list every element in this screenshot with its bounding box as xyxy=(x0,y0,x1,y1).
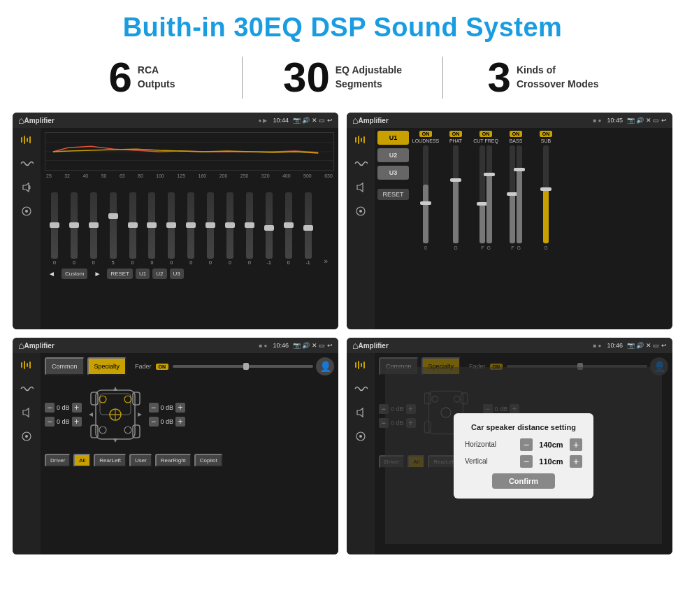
reset-btn[interactable]: RESET xyxy=(107,268,133,279)
vertical-value: 110cm xyxy=(535,457,567,466)
svg-rect-42 xyxy=(355,362,356,368)
svg-rect-2 xyxy=(27,138,28,142)
svg-rect-44 xyxy=(361,363,362,367)
svg-rect-1 xyxy=(24,136,25,144)
u3-btn[interactable]: U3 xyxy=(170,268,184,279)
db-plus-rr[interactable]: + xyxy=(175,417,185,427)
screen-specialty: ⌂ Amplifier ■ ● 10:46 📷 🔊 ✕ ▭ ↩ xyxy=(13,338,338,554)
db-minus-rl[interactable]: − xyxy=(45,417,55,427)
loudness-on[interactable]: ON xyxy=(419,131,433,137)
horizontal-plus-btn[interactable]: + xyxy=(570,438,582,451)
eq-slider-2[interactable]: 0 xyxy=(90,192,97,265)
wave-icon-4[interactable] xyxy=(352,382,369,395)
eq-slider-1[interactable]: 0 xyxy=(71,192,78,265)
eq-slider-3[interactable]: 5 xyxy=(110,192,117,265)
home-icon[interactable]: ⌂ xyxy=(18,115,24,126)
confirm-button[interactable]: Confirm xyxy=(492,473,555,489)
horizontal-minus-btn[interactable]: − xyxy=(520,438,533,451)
svg-rect-28 xyxy=(133,392,140,405)
crossover-icon-4[interactable] xyxy=(352,430,369,443)
rearright-btn[interactable]: RearRight xyxy=(155,454,192,467)
u2-btn[interactable]: U2 xyxy=(152,268,166,279)
speaker-icon-2[interactable] xyxy=(352,181,369,194)
vertical-minus-btn[interactable]: − xyxy=(520,455,533,468)
speaker-icon-3[interactable] xyxy=(18,406,35,419)
speaker-icon-4[interactable] xyxy=(352,406,369,419)
eq-slider-12[interactable]: 0 xyxy=(285,192,292,265)
status-time-4: 10:46 xyxy=(607,342,623,349)
vertical-stepper: − 110cm + xyxy=(520,455,582,468)
all-btn[interactable]: All xyxy=(73,454,91,467)
u1-select-btn[interactable]: U1 xyxy=(377,131,409,145)
crossover-icon-3[interactable] xyxy=(18,430,35,443)
eq-chart xyxy=(45,132,334,171)
u2-select-btn[interactable]: U2 xyxy=(377,148,409,162)
eq-icon-4[interactable] xyxy=(352,359,369,371)
wave-icon-3[interactable] xyxy=(18,382,35,395)
db-val-rl: 0 dB xyxy=(57,418,70,425)
eq-slider-0[interactable]: 0 xyxy=(51,192,58,265)
db-plus-fl[interactable]: + xyxy=(72,403,82,413)
eq-slider-7[interactable]: 0 xyxy=(187,192,194,265)
stat-rca-number: 6 xyxy=(108,57,131,99)
eq-slider-6[interactable]: 0 xyxy=(168,192,175,265)
fader-slider[interactable] xyxy=(173,365,313,368)
svg-point-17 xyxy=(359,210,362,213)
eq-icon[interactable] xyxy=(18,134,35,146)
screen3-inner: Common Specialty Fader ON 👤 xyxy=(13,353,338,554)
home-icon-4[interactable]: ⌂ xyxy=(352,340,358,351)
reset-btn-2[interactable]: RESET xyxy=(377,189,409,200)
sub-on[interactable]: ON xyxy=(540,131,553,137)
dialog-overlay: Car speaker distance setting Horizontal … xyxy=(385,367,662,544)
driver-btn[interactable]: Driver xyxy=(45,454,71,467)
prev-btn[interactable]: ◄ xyxy=(45,268,59,280)
svg-rect-13 xyxy=(361,138,362,142)
bass-on[interactable]: ON xyxy=(510,131,523,137)
eq-slider-8[interactable]: 0 xyxy=(207,192,214,265)
home-icon-2[interactable]: ⌂ xyxy=(352,115,358,126)
vertical-plus-btn[interactable]: + xyxy=(570,455,582,468)
cutfreq-on[interactable]: ON xyxy=(480,131,493,137)
db-minus-rr[interactable]: − xyxy=(149,417,159,427)
more-arrow[interactable]: » xyxy=(324,257,328,265)
eq-slider-13[interactable]: -1 xyxy=(305,192,312,265)
eq-slider-10[interactable]: 0 xyxy=(246,192,253,265)
db-plus-fr[interactable]: + xyxy=(175,403,185,413)
tab-specialty[interactable]: Specialty xyxy=(87,357,127,375)
eq-slider-5[interactable]: 0 xyxy=(148,192,155,265)
crossover-icon-2[interactable] xyxy=(352,205,369,217)
db-minus-fl[interactable]: − xyxy=(45,403,55,413)
svg-marker-40 xyxy=(89,413,93,417)
svg-marker-39 xyxy=(113,438,117,443)
home-icon-3[interactable]: ⌂ xyxy=(18,340,24,351)
stat-crossover-label: Kinds of Crossover Modes xyxy=(517,64,598,91)
db-plus-rl[interactable]: + xyxy=(72,417,82,427)
amp-col-bass: ON BASS FG xyxy=(502,131,530,327)
eq-slider-11[interactable]: -1 xyxy=(266,192,273,265)
user-btn[interactable]: User xyxy=(129,454,152,467)
db-col-left: − 0 dB + − 0 dB + xyxy=(45,403,82,427)
custom-btn[interactable]: Custom xyxy=(62,268,88,279)
crossover-icon[interactable] xyxy=(18,205,35,217)
phat-on[interactable]: ON xyxy=(449,131,463,137)
u1-btn[interactable]: U1 xyxy=(136,268,150,279)
eq-slider-4[interactable]: 0 xyxy=(129,192,136,265)
svg-rect-45 xyxy=(363,361,365,368)
tabs-row-3: Common Specialty Fader ON 👤 xyxy=(45,357,334,375)
next-btn[interactable]: ► xyxy=(90,268,104,280)
tab-common[interactable]: Common xyxy=(45,357,85,375)
eq-icon-2[interactable] xyxy=(352,134,369,146)
eq-icon-3[interactable] xyxy=(18,359,35,371)
status-time-1: 10:44 xyxy=(273,117,289,124)
db-minus-fr[interactable]: − xyxy=(149,403,159,413)
copilot-btn[interactable]: Copilot xyxy=(194,454,223,467)
fader-on-badge[interactable]: ON xyxy=(156,364,169,370)
avatar-icon[interactable]: 👤 xyxy=(316,357,334,375)
eq-slider-9[interactable]: 0 xyxy=(226,192,233,265)
wave-icon-2[interactable] xyxy=(352,157,369,170)
u3-select-btn[interactable]: U3 xyxy=(377,166,409,180)
amp-col-loudness: ON LOUDNESS 0 xyxy=(412,131,440,327)
wave-icon[interactable] xyxy=(18,157,35,170)
speaker-icon[interactable] xyxy=(18,181,35,194)
rearleft-btn[interactable]: RearLeft xyxy=(94,454,127,467)
